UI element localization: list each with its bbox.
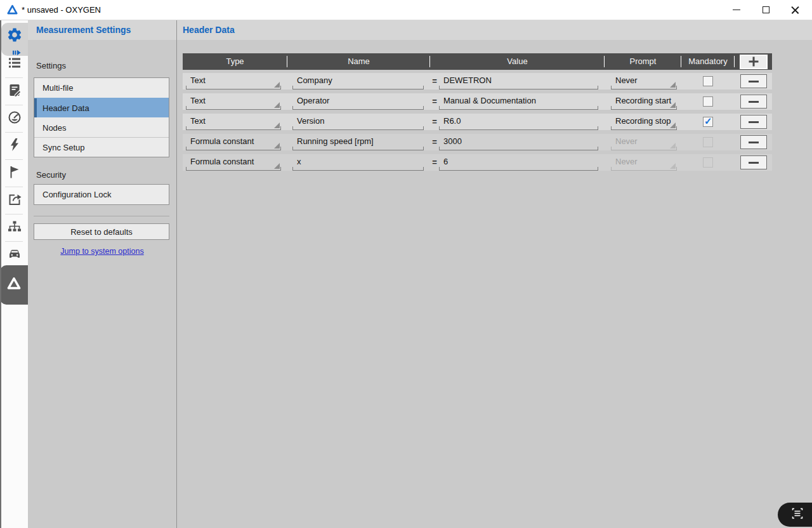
value-input[interactable]: R6.0 <box>439 114 598 130</box>
add-row-button[interactable] <box>740 55 768 69</box>
channel-list-fab-button[interactable] <box>778 503 812 527</box>
remove-row-button[interactable] <box>740 74 767 88</box>
sidebar-item-overview[interactable] <box>1 108 28 129</box>
minus-icon <box>749 162 759 164</box>
value-input[interactable]: Manual & Documentation <box>439 93 598 110</box>
settings-item-sync-setup[interactable]: Sync Setup <box>34 137 169 157</box>
value-input[interactable]: 3000 <box>439 134 598 150</box>
remove-row-button[interactable] <box>740 95 767 109</box>
prompt-dropdown[interactable]: Never <box>611 134 677 150</box>
minimize-button[interactable] <box>722 0 751 20</box>
type-dropdown[interactable]: Text <box>186 114 281 130</box>
header-data-table: Type Name Value Prompt Mandatory Text Co… <box>183 53 772 171</box>
type-dropdown[interactable]: Text <box>186 73 281 89</box>
settings-item-header-data[interactable]: Header Data <box>34 98 169 117</box>
dropdown-arrow-icon <box>274 163 280 169</box>
window-title: * unsaved - OXYGEN <box>22 0 101 20</box>
settings-section-label: Settings <box>36 61 66 70</box>
minimize-icon <box>733 10 740 11</box>
security-list: Configuration Lock <box>34 184 169 205</box>
remove-row-button[interactable] <box>740 115 767 129</box>
window-controls <box>722 0 809 20</box>
dropdown-arrow-icon <box>274 82 280 88</box>
name-input[interactable]: Running speed [rpm] <box>292 134 424 150</box>
measurement-settings-panel: Measurement Settings Settings Multi-file… <box>28 20 176 528</box>
security-section-label: Security <box>36 170 66 180</box>
sidebar-edge <box>0 20 1 528</box>
security-item-configuration-lock[interactable]: Configuration Lock <box>34 185 169 204</box>
remove-row-button[interactable] <box>740 155 767 169</box>
dropdown-arrow-icon <box>274 122 280 128</box>
name-input[interactable]: Operator <box>292 93 424 110</box>
dropdown-arrow-icon <box>670 102 676 108</box>
sidebar-separator <box>5 214 23 214</box>
mandatory-checkbox[interactable] <box>703 96 713 107</box>
sidebar-item-export[interactable] <box>1 190 28 211</box>
value-input[interactable]: DEWETRON <box>439 73 598 89</box>
value-input[interactable]: 6 <box>439 154 598 171</box>
table-header-row: Type Name Value Prompt Mandatory <box>183 53 772 70</box>
mandatory-checkbox[interactable] <box>703 117 713 127</box>
name-input[interactable]: x <box>292 154 424 171</box>
sidebar-item-vehicle[interactable] <box>1 244 28 266</box>
mandatory-checkbox[interactable] <box>703 137 713 147</box>
col-header-value: Value <box>430 53 605 70</box>
name-input[interactable]: Company <box>292 73 424 89</box>
dropdown-arrow-icon <box>274 102 280 108</box>
title-bar: * unsaved - OXYGEN <box>0 0 812 20</box>
dropdown-arrow-icon <box>670 122 676 128</box>
mandatory-checkbox[interactable] <box>703 76 713 86</box>
minus-icon <box>749 101 759 103</box>
sidebar-separator <box>5 77 23 78</box>
gauge-icon <box>7 110 22 128</box>
sidebar-separator <box>5 105 23 105</box>
name-input[interactable]: Version <box>292 114 424 130</box>
settings-gear-icon <box>6 27 23 46</box>
sidebar-item-network[interactable] <box>1 217 28 239</box>
sidebar-item-channel-list[interactable] <box>1 53 28 75</box>
table-row: Formula constant Running speed [rpm] = 3… <box>183 134 772 150</box>
sidebar-item-power[interactable] <box>1 135 28 157</box>
sidebar-item-report[interactable] <box>1 81 28 102</box>
prompt-dropdown[interactable]: Recording stop <box>611 114 677 130</box>
channel-list-bracket-icon <box>790 506 804 523</box>
remove-row-button[interactable] <box>740 135 767 149</box>
close-icon <box>791 6 799 14</box>
equals-sign: = <box>430 114 439 130</box>
col-header-mandatory: Mandatory <box>681 53 735 70</box>
main-title: Header Data <box>177 20 812 40</box>
network-tree-icon <box>7 219 22 237</box>
mandatory-checkbox[interactable] <box>703 157 713 168</box>
minus-icon <box>749 142 759 143</box>
table-row: Text Company = DEWETRON Never <box>183 73 772 89</box>
sidebar-item-settings[interactable] <box>1 23 28 56</box>
dropdown-arrow-icon <box>670 163 676 169</box>
dewetron-logo-icon <box>6 275 22 294</box>
settings-item-multi-file[interactable]: Multi-file <box>34 78 169 98</box>
type-dropdown[interactable]: Formula constant <box>186 134 281 150</box>
jump-to-system-options-link[interactable]: Jump to system options <box>28 247 176 256</box>
maximize-button[interactable] <box>751 0 780 20</box>
sidebar-item-markers[interactable] <box>1 162 28 184</box>
settings-item-nodes[interactable]: Nodes <box>34 117 169 137</box>
reset-to-defaults-button[interactable]: Reset to defaults <box>34 223 169 240</box>
prompt-dropdown[interactable]: Never <box>611 154 677 171</box>
minus-icon <box>749 81 759 82</box>
type-dropdown[interactable]: Text <box>186 93 281 110</box>
settings-list: Multi-fileHeader DataNodesSync Setup <box>34 77 169 157</box>
col-header-type: Type <box>183 53 287 70</box>
type-dropdown[interactable]: Formula constant <box>186 154 281 171</box>
close-button[interactable] <box>780 0 809 20</box>
sidebar-item-dewetron[interactable] <box>0 265 28 305</box>
prompt-dropdown[interactable]: Recording start <box>611 93 677 110</box>
panel-title: Measurement Settings <box>28 20 176 40</box>
minus-icon <box>749 121 759 123</box>
car-icon <box>7 246 22 264</box>
maximize-icon <box>763 6 769 13</box>
table-row: Text Operator = Manual & Documentation R… <box>183 93 772 110</box>
prompt-dropdown[interactable]: Never <box>611 73 677 89</box>
panel-separator <box>34 216 169 216</box>
lightning-icon <box>7 137 22 155</box>
equals-sign: = <box>430 93 439 110</box>
dropdown-arrow-icon <box>274 143 280 148</box>
